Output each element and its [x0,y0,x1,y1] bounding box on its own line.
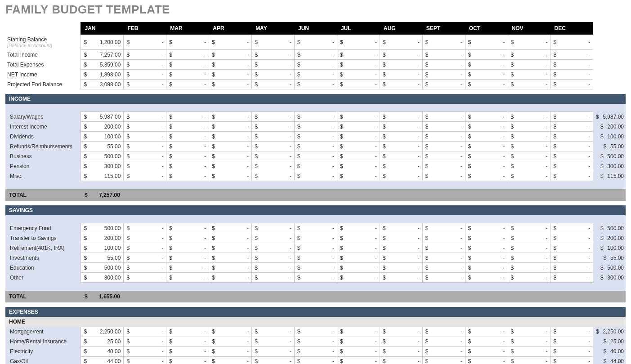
money-cell[interactable]: $44.00 [81,356,124,364]
money-cell[interactable]: $- [209,327,252,337]
money-cell[interactable]: $- [124,60,166,70]
money-cell[interactable]: $- [209,337,252,346]
money-cell[interactable]: $- [166,80,209,89]
money-cell[interactable]: $- [508,346,550,356]
money-cell[interactable]: $- [422,112,465,122]
money-cell[interactable]: $- [166,356,209,364]
money-cell[interactable]: $- [422,327,465,337]
money-cell[interactable]: $- [422,161,465,171]
money-cell[interactable]: $- [209,346,252,356]
money-cell[interactable]: $- [166,70,209,80]
money-cell[interactable]: $- [337,151,380,161]
money-cell[interactable]: $- [380,132,422,142]
money-cell[interactable]: $1,200.00 [81,35,124,50]
money-cell[interactable]: $- [295,151,337,161]
money-cell[interactable]: $- [295,337,337,346]
money-cell[interactable]: $- [465,132,508,142]
money-cell[interactable]: $- [209,70,252,80]
money-cell[interactable]: $- [252,273,295,283]
money-cell[interactable]: $- [380,151,422,161]
money-cell[interactable]: $- [124,253,166,263]
money-cell[interactable]: $- [252,253,295,263]
money-cell[interactable]: $- [124,80,166,89]
money-cell[interactable]: $- [508,161,550,171]
money-cell[interactable]: $- [380,263,422,273]
money-cell[interactable]: $- [166,273,209,283]
money-cell[interactable]: $- [166,243,209,253]
money-cell[interactable]: $- [422,132,465,142]
money-cell[interactable]: $- [508,70,550,80]
money-cell[interactable]: $- [380,223,422,233]
money-cell[interactable]: $- [337,346,380,356]
money-cell[interactable]: $- [465,70,508,80]
money-cell[interactable]: $2,250.00 [81,327,124,337]
money-cell[interactable]: $- [295,233,337,243]
money-cell[interactable]: $- [550,161,593,171]
money-cell[interactable]: $- [337,60,380,70]
money-cell[interactable]: $- [550,327,593,337]
money-cell[interactable]: $- [209,80,252,89]
money-cell[interactable]: $- [295,161,337,171]
money-cell[interactable]: $- [422,223,465,233]
money-cell[interactable]: $- [380,35,422,50]
money-cell[interactable]: $- [124,273,166,283]
money-cell[interactable]: $- [166,337,209,346]
money-cell[interactable]: $- [380,337,422,346]
money-cell[interactable]: $- [380,161,422,171]
money-cell[interactable]: $- [508,327,550,337]
money-cell[interactable]: $- [508,35,550,50]
money-cell[interactable]: $- [209,35,252,50]
money-cell[interactable]: $- [209,263,252,273]
money-cell[interactable]: $5,359.00 [81,60,124,70]
money-cell[interactable]: $- [337,142,380,151]
money-cell[interactable]: $- [252,233,295,243]
money-cell[interactable]: $- [166,253,209,263]
money-cell[interactable]: $- [508,337,550,346]
money-cell[interactable]: $- [124,356,166,364]
money-cell[interactable]: $- [252,50,295,60]
money-cell[interactable]: $- [465,253,508,263]
money-cell[interactable]: $- [252,132,295,142]
money-cell[interactable]: $- [252,327,295,337]
money-cell[interactable]: $5,987.00 [81,112,124,122]
money-cell[interactable]: $- [508,122,550,132]
money-cell[interactable]: $- [422,253,465,263]
money-cell[interactable]: $- [508,263,550,273]
money-cell[interactable]: $- [550,337,593,346]
money-cell[interactable]: $- [166,112,209,122]
money-cell[interactable]: $- [465,50,508,60]
money-cell[interactable]: $- [252,263,295,273]
money-cell[interactable]: $- [252,356,295,364]
money-cell[interactable]: $- [508,151,550,161]
money-cell[interactable]: $- [252,70,295,80]
money-cell[interactable]: $- [209,223,252,233]
money-cell[interactable]: $- [550,243,593,253]
money-cell[interactable]: $- [508,171,550,181]
money-cell[interactable]: $- [422,35,465,50]
money-cell[interactable]: $- [166,161,209,171]
money-cell[interactable]: $- [550,233,593,243]
money-cell[interactable]: $- [252,35,295,50]
money-cell[interactable]: $- [550,60,593,70]
money-cell[interactable]: $- [295,122,337,132]
money-cell[interactable]: $- [166,132,209,142]
money-cell[interactable]: $- [380,112,422,122]
money-cell[interactable]: $- [422,346,465,356]
money-cell[interactable]: $- [465,142,508,151]
money-cell[interactable]: $- [465,273,508,283]
money-cell[interactable]: $- [295,223,337,233]
money-cell[interactable]: $- [252,151,295,161]
money-cell[interactable]: $- [252,337,295,346]
money-cell[interactable]: $200.00 [81,233,124,243]
money-cell[interactable]: $- [166,327,209,337]
money-cell[interactable]: $- [337,161,380,171]
money-cell[interactable]: $- [337,50,380,60]
money-cell[interactable]: $25.00 [81,337,124,346]
money-cell[interactable]: $- [295,70,337,80]
money-cell[interactable]: $- [252,161,295,171]
money-cell[interactable]: $- [166,233,209,243]
money-cell[interactable]: $- [337,122,380,132]
money-cell[interactable]: $- [252,112,295,122]
money-cell[interactable]: $- [295,273,337,283]
money-cell[interactable]: $- [337,171,380,181]
